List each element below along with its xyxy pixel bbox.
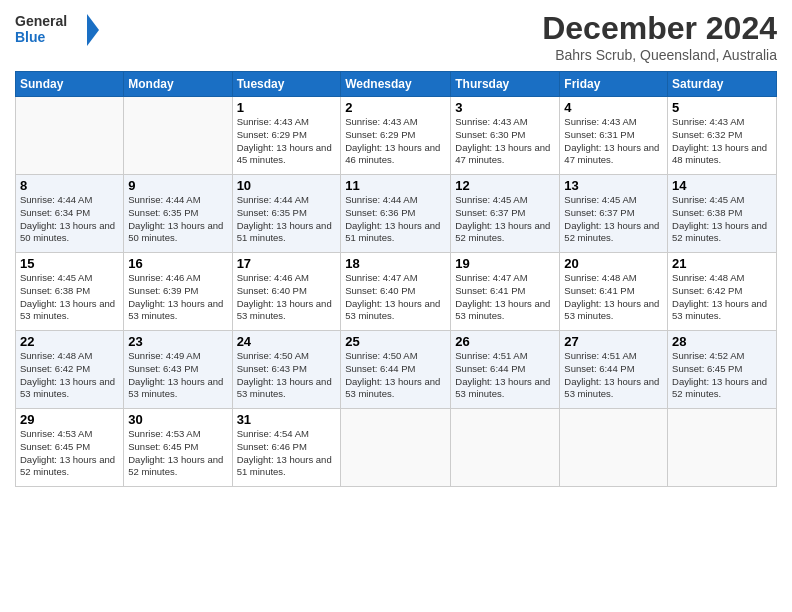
- day-info: Sunrise: 4:43 AMSunset: 6:29 PMDaylight:…: [237, 116, 332, 165]
- day-number: 5: [672, 100, 772, 115]
- col-friday: Friday: [560, 72, 668, 97]
- table-row: [451, 409, 560, 487]
- calendar-week-5: 29Sunrise: 4:53 AMSunset: 6:45 PMDayligh…: [16, 409, 777, 487]
- day-info: Sunrise: 4:50 AMSunset: 6:43 PMDaylight:…: [237, 350, 332, 399]
- day-number: 15: [20, 256, 119, 271]
- table-row: 23Sunrise: 4:49 AMSunset: 6:43 PMDayligh…: [124, 331, 232, 409]
- table-row: 20Sunrise: 4:48 AMSunset: 6:41 PMDayligh…: [560, 253, 668, 331]
- day-info: Sunrise: 4:49 AMSunset: 6:43 PMDaylight:…: [128, 350, 223, 399]
- day-info: Sunrise: 4:45 AMSunset: 6:38 PMDaylight:…: [672, 194, 767, 243]
- day-info: Sunrise: 4:51 AMSunset: 6:44 PMDaylight:…: [455, 350, 550, 399]
- table-row: 17Sunrise: 4:46 AMSunset: 6:40 PMDayligh…: [232, 253, 341, 331]
- day-number: 21: [672, 256, 772, 271]
- day-info: Sunrise: 4:46 AMSunset: 6:40 PMDaylight:…: [237, 272, 332, 321]
- table-row: 19Sunrise: 4:47 AMSunset: 6:41 PMDayligh…: [451, 253, 560, 331]
- day-info: Sunrise: 4:47 AMSunset: 6:41 PMDaylight:…: [455, 272, 550, 321]
- table-row: 5Sunrise: 4:43 AMSunset: 6:32 PMDaylight…: [668, 97, 777, 175]
- table-row: 1Sunrise: 4:43 AMSunset: 6:29 PMDaylight…: [232, 97, 341, 175]
- location: Bahrs Scrub, Queensland, Australia: [542, 47, 777, 63]
- day-number: 29: [20, 412, 119, 427]
- day-number: 11: [345, 178, 446, 193]
- day-number: 20: [564, 256, 663, 271]
- table-row: 16Sunrise: 4:46 AMSunset: 6:39 PMDayligh…: [124, 253, 232, 331]
- svg-text:General: General: [15, 13, 67, 29]
- day-info: Sunrise: 4:43 AMSunset: 6:29 PMDaylight:…: [345, 116, 440, 165]
- day-info: Sunrise: 4:44 AMSunset: 6:34 PMDaylight:…: [20, 194, 115, 243]
- day-info: Sunrise: 4:51 AMSunset: 6:44 PMDaylight:…: [564, 350, 659, 399]
- header-row: Sunday Monday Tuesday Wednesday Thursday…: [16, 72, 777, 97]
- day-info: Sunrise: 4:44 AMSunset: 6:36 PMDaylight:…: [345, 194, 440, 243]
- calendar-week-1: 1Sunrise: 4:43 AMSunset: 6:29 PMDaylight…: [16, 97, 777, 175]
- table-row: 26Sunrise: 4:51 AMSunset: 6:44 PMDayligh…: [451, 331, 560, 409]
- day-info: Sunrise: 4:48 AMSunset: 6:41 PMDaylight:…: [564, 272, 659, 321]
- logo-svg: General Blue: [15, 10, 105, 52]
- col-sunday: Sunday: [16, 72, 124, 97]
- day-number: 14: [672, 178, 772, 193]
- svg-text:Blue: Blue: [15, 29, 46, 45]
- table-row: 4Sunrise: 4:43 AMSunset: 6:31 PMDaylight…: [560, 97, 668, 175]
- day-number: 28: [672, 334, 772, 349]
- table-row: [668, 409, 777, 487]
- table-row: [341, 409, 451, 487]
- day-info: Sunrise: 4:53 AMSunset: 6:45 PMDaylight:…: [128, 428, 223, 477]
- col-saturday: Saturday: [668, 72, 777, 97]
- table-row: 13Sunrise: 4:45 AMSunset: 6:37 PMDayligh…: [560, 175, 668, 253]
- table-row: [16, 97, 124, 175]
- day-info: Sunrise: 4:44 AMSunset: 6:35 PMDaylight:…: [128, 194, 223, 243]
- table-row: 24Sunrise: 4:50 AMSunset: 6:43 PMDayligh…: [232, 331, 341, 409]
- day-number: 13: [564, 178, 663, 193]
- day-number: 12: [455, 178, 555, 193]
- title-area: December 2024 Bahrs Scrub, Queensland, A…: [542, 10, 777, 63]
- day-number: 4: [564, 100, 663, 115]
- col-tuesday: Tuesday: [232, 72, 341, 97]
- table-row: [560, 409, 668, 487]
- day-info: Sunrise: 4:43 AMSunset: 6:30 PMDaylight:…: [455, 116, 550, 165]
- svg-marker-2: [87, 14, 99, 46]
- table-row: 8Sunrise: 4:44 AMSunset: 6:34 PMDaylight…: [16, 175, 124, 253]
- table-row: 9Sunrise: 4:44 AMSunset: 6:35 PMDaylight…: [124, 175, 232, 253]
- day-number: 23: [128, 334, 227, 349]
- day-info: Sunrise: 4:52 AMSunset: 6:45 PMDaylight:…: [672, 350, 767, 399]
- table-row: 10Sunrise: 4:44 AMSunset: 6:35 PMDayligh…: [232, 175, 341, 253]
- table-row: 30Sunrise: 4:53 AMSunset: 6:45 PMDayligh…: [124, 409, 232, 487]
- table-row: 18Sunrise: 4:47 AMSunset: 6:40 PMDayligh…: [341, 253, 451, 331]
- col-wednesday: Wednesday: [341, 72, 451, 97]
- day-number: 17: [237, 256, 337, 271]
- table-row: 27Sunrise: 4:51 AMSunset: 6:44 PMDayligh…: [560, 331, 668, 409]
- table-row: 21Sunrise: 4:48 AMSunset: 6:42 PMDayligh…: [668, 253, 777, 331]
- table-row: 14Sunrise: 4:45 AMSunset: 6:38 PMDayligh…: [668, 175, 777, 253]
- day-info: Sunrise: 4:43 AMSunset: 6:32 PMDaylight:…: [672, 116, 767, 165]
- day-number: 18: [345, 256, 446, 271]
- table-row: 11Sunrise: 4:44 AMSunset: 6:36 PMDayligh…: [341, 175, 451, 253]
- day-info: Sunrise: 4:45 AMSunset: 6:37 PMDaylight:…: [564, 194, 659, 243]
- table-row: 25Sunrise: 4:50 AMSunset: 6:44 PMDayligh…: [341, 331, 451, 409]
- day-info: Sunrise: 4:45 AMSunset: 6:37 PMDaylight:…: [455, 194, 550, 243]
- day-number: 25: [345, 334, 446, 349]
- day-info: Sunrise: 4:53 AMSunset: 6:45 PMDaylight:…: [20, 428, 115, 477]
- table-row: 2Sunrise: 4:43 AMSunset: 6:29 PMDaylight…: [341, 97, 451, 175]
- table-row: 3Sunrise: 4:43 AMSunset: 6:30 PMDaylight…: [451, 97, 560, 175]
- day-info: Sunrise: 4:45 AMSunset: 6:38 PMDaylight:…: [20, 272, 115, 321]
- calendar-week-4: 22Sunrise: 4:48 AMSunset: 6:42 PMDayligh…: [16, 331, 777, 409]
- calendar-table: Sunday Monday Tuesday Wednesday Thursday…: [15, 71, 777, 487]
- table-row: 12Sunrise: 4:45 AMSunset: 6:37 PMDayligh…: [451, 175, 560, 253]
- calendar-week-2: 8Sunrise: 4:44 AMSunset: 6:34 PMDaylight…: [16, 175, 777, 253]
- day-info: Sunrise: 4:50 AMSunset: 6:44 PMDaylight:…: [345, 350, 440, 399]
- day-info: Sunrise: 4:48 AMSunset: 6:42 PMDaylight:…: [672, 272, 767, 321]
- logo: General Blue: [15, 10, 105, 52]
- day-info: Sunrise: 4:54 AMSunset: 6:46 PMDaylight:…: [237, 428, 332, 477]
- day-info: Sunrise: 4:44 AMSunset: 6:35 PMDaylight:…: [237, 194, 332, 243]
- table-row: 22Sunrise: 4:48 AMSunset: 6:42 PMDayligh…: [16, 331, 124, 409]
- day-number: 31: [237, 412, 337, 427]
- day-info: Sunrise: 4:48 AMSunset: 6:42 PMDaylight:…: [20, 350, 115, 399]
- month-title: December 2024: [542, 10, 777, 47]
- table-row: [124, 97, 232, 175]
- day-number: 3: [455, 100, 555, 115]
- day-number: 24: [237, 334, 337, 349]
- table-row: 31Sunrise: 4:54 AMSunset: 6:46 PMDayligh…: [232, 409, 341, 487]
- day-number: 10: [237, 178, 337, 193]
- day-number: 16: [128, 256, 227, 271]
- calendar-week-3: 15Sunrise: 4:45 AMSunset: 6:38 PMDayligh…: [16, 253, 777, 331]
- table-row: 28Sunrise: 4:52 AMSunset: 6:45 PMDayligh…: [668, 331, 777, 409]
- table-row: 15Sunrise: 4:45 AMSunset: 6:38 PMDayligh…: [16, 253, 124, 331]
